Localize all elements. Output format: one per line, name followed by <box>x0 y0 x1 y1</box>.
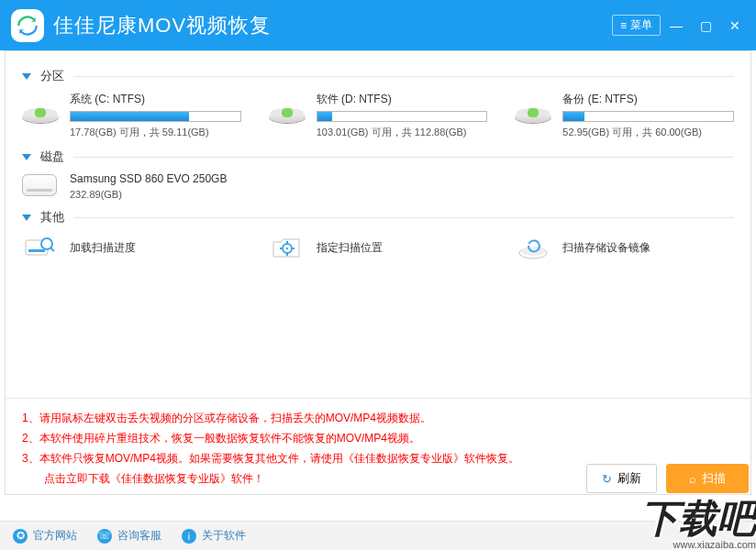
other-specify-location[interactable]: 指定扫描位置 <box>269 233 488 262</box>
app-title: 佳佳尼康MOV视频恢复 <box>53 12 271 39</box>
disk-name: Samsung SSD 860 EVO 250GB <box>70 172 227 185</box>
refresh-button[interactable]: ↻ 刷新 <box>586 464 657 493</box>
app-logo-icon <box>11 9 44 42</box>
menu-lines-icon: ≡ <box>620 19 627 32</box>
drive-icon <box>22 94 59 123</box>
svg-rect-8 <box>286 241 288 244</box>
svg-rect-6 <box>280 248 283 249</box>
other-load-progress[interactable]: 加载扫描进度 <box>22 233 241 262</box>
partition-stats: 103.01(GB) 可用，共 112.88(GB) <box>317 126 488 139</box>
section-header-disks[interactable]: 磁盘 <box>22 148 734 165</box>
drive-icon <box>515 94 551 123</box>
note-line-2: 2、本软件使用碎片重组技术，恢复一般数据恢复软件不能恢复的MOV/MP4视频。 <box>22 428 734 448</box>
partition-info: 备份 (E: NTFS) 52.95(GB) 可用，共 60.00(GB) <box>562 92 734 139</box>
other-label: 加载扫描进度 <box>70 240 136 256</box>
folder-target-icon <box>269 233 306 262</box>
svg-rect-1 <box>28 249 45 252</box>
menu-button[interactable]: ≡ 菜单 <box>612 15 661 36</box>
chevron-down-icon <box>22 214 31 221</box>
footer-bar: ✪ 官方网站 ☏ 咨询客服 i 关于软件 <box>0 521 756 550</box>
refresh-icon: ↻ <box>602 472 612 486</box>
disk-refresh-icon <box>515 233 551 262</box>
close-button[interactable]: ✕ <box>721 15 749 37</box>
scan-button[interactable]: ⌕ 扫描 <box>666 464 749 493</box>
footer-website-link[interactable]: ✪ 官方网站 <box>13 528 77 544</box>
other-label: 扫描存储设备镜像 <box>562 240 650 256</box>
refresh-label: 刷新 <box>617 470 641 487</box>
section-label: 其他 <box>40 209 64 226</box>
partition-name: 备份 (E: NTFS) <box>562 92 734 107</box>
partition-item[interactable]: 系统 (C: NTFS) 17.78(GB) 可用，共 59.11(GB) <box>22 92 241 139</box>
partition-info: 软件 (D: NTFS) 103.01(GB) 可用，共 112.88(GB) <box>317 92 488 139</box>
download-pro-link[interactable]: 点击立即下载《佳佳数据恢复专业版》软件！ <box>44 472 264 485</box>
note-line-1: 1、请用鼠标左键双击丢失视频的分区或存储设备，扫描丢失的MOV/MP4视频数据。 <box>22 408 734 428</box>
partition-item[interactable]: 备份 (E: NTFS) 52.95(GB) 可用，共 60.00(GB) <box>515 92 734 139</box>
usage-bar <box>562 111 734 122</box>
section-label: 磁盘 <box>40 148 64 165</box>
chevron-down-icon <box>22 154 31 160</box>
footer-label: 官方网站 <box>33 528 77 544</box>
disk-item[interactable]: Samsung SSD 860 EVO 250GB 232.89(GB) <box>22 172 242 200</box>
main-content: 分区 系统 (C: NTFS) 17.78(GB) 可用，共 59.11(GB)… <box>5 50 751 495</box>
svg-rect-7 <box>292 248 295 249</box>
other-label: 指定扫描位置 <box>317 240 383 256</box>
partition-stats: 52.95(GB) 可用，共 60.00(GB) <box>562 126 734 139</box>
magnifier-progress-icon <box>22 233 59 262</box>
window-controls: ≡ 菜单 — ▢ ✕ <box>612 15 749 37</box>
titlebar: 佳佳尼康MOV视频恢复 ≡ 菜单 — ▢ ✕ <box>0 0 756 50</box>
chevron-down-icon <box>22 73 31 80</box>
partition-item[interactable]: 软件 (D: NTFS) 103.01(GB) 可用，共 112.88(GB) <box>269 92 488 139</box>
minimize-button[interactable]: — <box>662 15 690 37</box>
footer-support-link[interactable]: ☏ 咨询客服 <box>97 528 161 544</box>
search-icon: ⌕ <box>689 472 696 486</box>
scan-label: 扫描 <box>702 470 726 487</box>
others-row: 加载扫描进度 指定扫描位置 扫描存储设备镜像 <box>22 233 734 262</box>
section-header-others[interactable]: 其他 <box>22 209 734 226</box>
headset-icon: ☏ <box>97 529 112 544</box>
partition-info: 系统 (C: NTFS) 17.78(GB) 可用，共 59.11(GB) <box>70 92 241 139</box>
footer-about-link[interactable]: i 关于软件 <box>182 528 246 544</box>
divider <box>73 76 734 77</box>
usage-bar <box>317 111 488 122</box>
divider <box>73 157 734 158</box>
divider <box>73 217 734 218</box>
other-scan-image[interactable]: 扫描存储设备镜像 <box>515 233 734 262</box>
section-label: 分区 <box>40 68 64 84</box>
maximize-button[interactable]: ▢ <box>692 15 719 37</box>
globe-icon: ✪ <box>13 529 28 544</box>
svg-rect-9 <box>286 253 288 256</box>
drive-icon <box>269 94 306 123</box>
menu-label: 菜单 <box>630 17 652 33</box>
footer-label: 咨询客服 <box>117 528 161 544</box>
disk-info: Samsung SSD 860 EVO 250GB 232.89(GB) <box>70 172 227 200</box>
disk-size: 232.89(GB) <box>70 189 227 200</box>
partition-stats: 17.78(GB) 可用，共 59.11(GB) <box>70 126 241 139</box>
disks-row: Samsung SSD 860 EVO 250GB 232.89(GB) <box>22 172 734 200</box>
partition-name: 系统 (C: NTFS) <box>70 92 241 107</box>
partition-name: 软件 (D: NTFS) <box>317 92 488 107</box>
usage-bar <box>70 111 241 122</box>
svg-line-3 <box>50 248 54 251</box>
svg-rect-5 <box>286 248 288 249</box>
footer-label: 关于软件 <box>202 528 246 544</box>
action-bar: ↻ 刷新 ⌕ 扫描 <box>586 464 749 493</box>
partitions-row: 系统 (C: NTFS) 17.78(GB) 可用，共 59.11(GB) 软件… <box>22 92 734 139</box>
info-icon: i <box>182 529 196 544</box>
hdd-icon <box>22 172 59 200</box>
section-header-partitions[interactable]: 分区 <box>22 68 734 84</box>
